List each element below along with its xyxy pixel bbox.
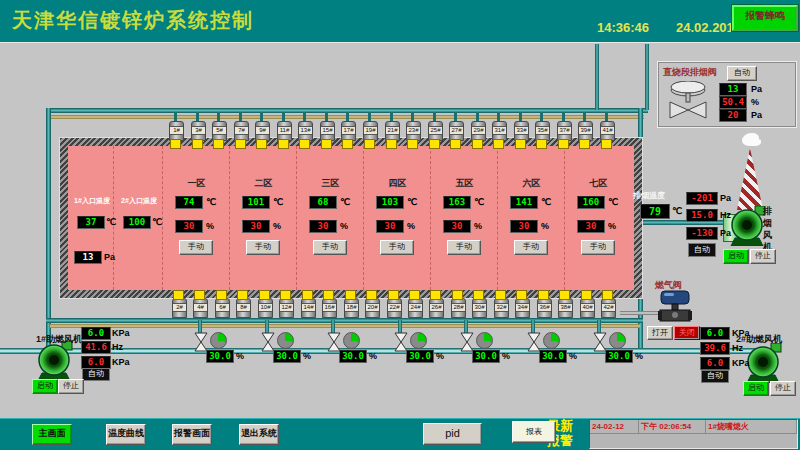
- flue-valve-value-unit: %: [751, 97, 759, 107]
- nav-button-3[interactable]: 报警画面: [172, 424, 212, 445]
- nav-button-4[interactable]: 退出系统: [239, 424, 279, 445]
- blower2-stop-button[interactable]: 停止: [770, 381, 796, 396]
- alarm-entry[interactable]: 24-02-12 下午 02:06:54 1#烧嘴熄火: [590, 420, 797, 434]
- furnace-body: 1#入口温度 2#入口温度 37 ℃ 100 ℃ 13 Pa 一区74℃30%手…: [60, 138, 642, 298]
- zone-mode-button[interactable]: 手动: [514, 240, 548, 255]
- burner-port: [536, 139, 547, 149]
- zone-5: 五区163℃30%手动: [430, 146, 498, 290]
- blower1-value-display: 41.6: [81, 341, 111, 354]
- burner-port: [559, 290, 570, 300]
- flue-valve-value-display: 13: [719, 83, 747, 96]
- zone-valve-6: 30.0%: [526, 331, 588, 365]
- burner-label: 16#: [323, 303, 336, 312]
- burner-label: 5#: [213, 126, 226, 135]
- burner-port: [237, 290, 248, 300]
- flue-valve-value-display: 50.4: [719, 96, 747, 109]
- page-title: 天津华信镀锌炉系统控制: [12, 7, 254, 34]
- nav-button-2[interactable]: 温度曲线: [106, 424, 146, 445]
- burner-bottom: 8#: [236, 298, 251, 318]
- alarm-buzzer-button[interactable]: 报警蜂鸣: [732, 5, 798, 31]
- blower1-auto-button[interactable]: 自动: [82, 368, 110, 381]
- exhaust-fan-start-button[interactable]: 启动: [723, 249, 749, 264]
- alarm-list[interactable]: 24-02-12 下午 02:06:54 1#烧嘴熄火: [589, 419, 798, 449]
- zone-mode-button[interactable]: 手动: [179, 240, 213, 255]
- gas-valve-label: 燃气阀: [655, 279, 682, 292]
- burner-port: [450, 139, 461, 149]
- burner-port: [366, 290, 377, 300]
- burner-port: [302, 290, 313, 300]
- burner-label: 19#: [364, 126, 377, 135]
- burner-top: 35#: [535, 121, 550, 141]
- zone-temp-unit: ℃: [474, 197, 484, 207]
- zone-mode-button[interactable]: 手动: [447, 240, 481, 255]
- burner-label: 18#: [345, 303, 358, 312]
- butterfly-valve-icon: [665, 81, 711, 121]
- blower1-stop-button[interactable]: 停止: [58, 379, 84, 394]
- pipe: [595, 44, 599, 110]
- furnace-pressure-unit: Pa: [104, 252, 115, 262]
- valve-position-pie: [210, 332, 227, 349]
- burner-bottom: 22#: [387, 298, 402, 318]
- inlet1-temp-display: 37: [77, 216, 105, 229]
- burner-top: 19#: [363, 121, 378, 141]
- valve-opening-display: 30.0: [339, 350, 367, 363]
- burner-bottom: 10#: [258, 298, 273, 318]
- valve-opening-unit: %: [236, 351, 244, 361]
- burner-label: 32#: [495, 303, 508, 312]
- burner-label: 35#: [536, 126, 549, 135]
- burner-top: 11#: [277, 121, 292, 141]
- flue-valve-panel-title: 直烧段排烟阀: [663, 66, 717, 79]
- burner-label: 31#: [493, 126, 506, 135]
- report-button[interactable]: 报表: [512, 421, 556, 443]
- flue-valve-value-unit: Pa: [751, 110, 762, 120]
- gas-valve-open-button[interactable]: 打开: [647, 326, 673, 340]
- burner-bottom: 38#: [558, 298, 573, 318]
- zone-6: 六区141℃30%手动: [497, 146, 565, 290]
- burner-top: 9#: [255, 121, 270, 141]
- pid-button[interactable]: pid: [423, 423, 482, 445]
- exhaust-fan-stop-button[interactable]: 停止: [750, 249, 776, 264]
- burner-port: [278, 139, 289, 149]
- flue-valve-auto-button[interactable]: 自动: [727, 66, 757, 81]
- exhaust-temp-unit: ℃: [672, 206, 682, 216]
- valve-opening-display: 30.0: [273, 350, 301, 363]
- burner-top: 29#: [471, 121, 486, 141]
- zone-mode-button[interactable]: 手动: [313, 240, 347, 255]
- burner-port: [323, 290, 334, 300]
- blower2-auto-button[interactable]: 自动: [701, 370, 729, 383]
- blower2-start-button[interactable]: 启动: [743, 381, 769, 396]
- burner-label: 40#: [581, 303, 594, 312]
- burner-port: [299, 139, 310, 149]
- valve-opening-unit: %: [303, 351, 311, 361]
- burner-port: [235, 139, 246, 149]
- zone-output-unit: %: [273, 221, 281, 231]
- alarm-time: 下午 02:06:54: [639, 420, 706, 433]
- zone-name: 三区: [297, 177, 364, 190]
- exhaust-value-display: 15.0: [686, 209, 718, 222]
- zone-mode-button[interactable]: 手动: [380, 240, 414, 255]
- zone-name: 五区: [431, 177, 498, 190]
- burner-label: 36#: [538, 303, 551, 312]
- exhaust-auto-button[interactable]: 自动: [688, 243, 716, 257]
- zone-temp-display: 160: [577, 196, 605, 209]
- blower2-value-unit: KPa: [732, 328, 750, 338]
- zone-mode-button[interactable]: 手动: [246, 240, 280, 255]
- burner-port: [388, 290, 399, 300]
- blower2-value-unit: KPa: [732, 358, 750, 368]
- nav-button-1[interactable]: 主画面: [32, 424, 72, 445]
- zone-output-unit: %: [340, 221, 348, 231]
- valve-position-pie: [277, 332, 294, 349]
- burner-bottom: 4#: [193, 298, 208, 318]
- blower1-start-button[interactable]: 启动: [32, 379, 58, 394]
- gas-valve-close-button[interactable]: 关闭: [674, 326, 700, 340]
- inlet2-label: 2#入口温度: [116, 196, 162, 206]
- valve-opening-unit: %: [369, 351, 377, 361]
- zone-mode-button[interactable]: 手动: [581, 240, 615, 255]
- burner-bottom: 32#: [494, 298, 509, 318]
- zone-3: 三区68℃30%手动: [296, 146, 364, 290]
- exhaust-value-display: -201: [686, 192, 718, 205]
- valve-position-pie: [543, 332, 560, 349]
- zone-temp-display: 68: [309, 196, 337, 209]
- valve-position-pie: [609, 332, 626, 349]
- burner-port: [216, 290, 227, 300]
